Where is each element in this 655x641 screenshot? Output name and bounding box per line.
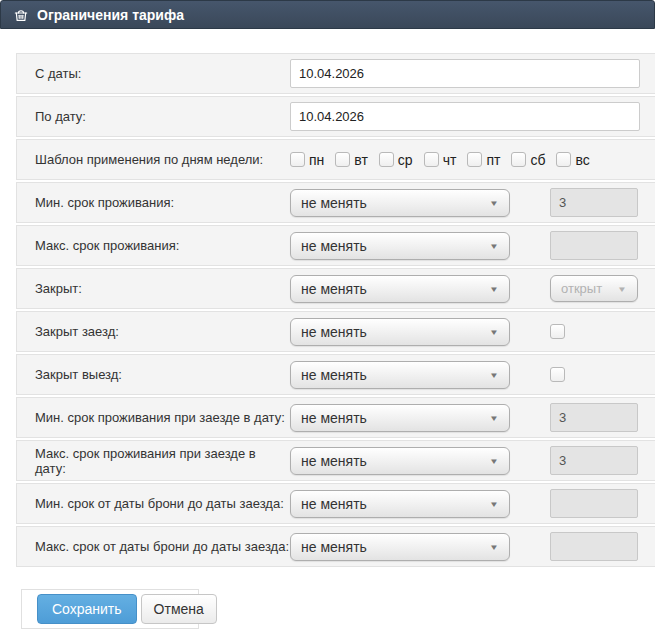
chevron-down-icon: ▼ xyxy=(489,241,499,250)
day-checkbox-sat[interactable] xyxy=(511,152,526,167)
select-value: не менять xyxy=(301,238,367,254)
form-row-max-stay: Макс. срок проживания: не менять ▼ xyxy=(16,225,655,266)
day-checkbox-mon[interactable] xyxy=(290,152,305,167)
weekday-item-wed: ср xyxy=(379,152,413,168)
to-date-input[interactable] xyxy=(290,102,640,131)
min-stay-select[interactable]: не менять ▼ xyxy=(290,189,510,217)
max-advance-select[interactable]: не менять ▼ xyxy=(290,533,510,561)
row-label: Мин. срок от даты брони до даты заезда: xyxy=(35,496,290,511)
row-label: Мин. срок проживания: xyxy=(35,195,290,210)
day-label: пн xyxy=(309,152,324,168)
day-label: вт xyxy=(354,152,368,168)
select-value: не менять xyxy=(301,496,367,512)
select-value: открыт xyxy=(561,281,602,296)
min-advance-select[interactable]: не менять ▼ xyxy=(290,490,510,518)
from-date-input[interactable] xyxy=(290,59,640,88)
select-value: не менять xyxy=(301,453,367,469)
day-checkbox-fri[interactable] xyxy=(467,152,482,167)
weekday-item-fri: пт xyxy=(467,152,500,168)
closed-arrival-checkbox[interactable] xyxy=(550,324,565,339)
form-row-from-date: С даты: xyxy=(16,53,655,94)
form-row-closed-arrival: Закрыт заезд: не менять ▼ xyxy=(16,311,655,352)
form-actions-bar: Сохранить Отмена xyxy=(21,589,199,629)
min-stay-arrival-select[interactable]: не менять ▼ xyxy=(290,404,510,432)
chevron-down-icon: ▼ xyxy=(489,413,499,422)
row-label: Закрыт заезд: xyxy=(35,324,290,339)
chevron-down-icon: ▼ xyxy=(489,370,499,379)
form-row-min-advance: Мин. срок от даты брони до даты заезда: … xyxy=(16,483,655,524)
cancel-button[interactable]: Отмена xyxy=(141,594,217,624)
form-row-max-stay-arrival: Макс. срок проживания при заезде в дату:… xyxy=(16,440,655,481)
day-label: вс xyxy=(575,152,589,168)
weekday-item-tue: вт xyxy=(335,152,368,168)
row-label: Макс. срок проживания при заезде в дату: xyxy=(35,446,290,476)
day-label: сб xyxy=(530,152,545,168)
chevron-down-icon: ▼ xyxy=(489,542,499,551)
row-label: С даты: xyxy=(35,66,290,81)
chevron-down-icon: ▼ xyxy=(489,198,499,207)
save-button[interactable]: Сохранить xyxy=(37,594,137,624)
row-label: Мин. срок проживания при заезде в дату: xyxy=(35,410,290,425)
min-stay-arrival-value-input xyxy=(550,403,638,432)
closed-select[interactable]: не менять ▼ xyxy=(290,275,510,303)
select-value: не менять xyxy=(301,281,367,297)
closed-departure-checkbox[interactable] xyxy=(550,367,565,382)
day-label: чт xyxy=(443,152,457,168)
form-row-min-stay: Мин. срок проживания: не менять ▼ xyxy=(16,182,655,223)
min-advance-value-input xyxy=(550,489,638,518)
select-value: не менять xyxy=(301,367,367,383)
row-label: Закрыт: xyxy=(35,281,290,296)
select-value: не менять xyxy=(301,539,367,555)
basket-icon xyxy=(13,7,29,23)
tariff-restrictions-form: С даты: По дату: Шаблон применения по дн… xyxy=(16,53,655,567)
row-label: Макс. срок от даты брони до даты заезда: xyxy=(35,539,290,554)
select-value: не менять xyxy=(301,324,367,340)
weekday-checkbox-group: пн вт ср чт пт сб xyxy=(290,152,601,168)
weekday-item-thu: чт xyxy=(424,152,457,168)
chevron-down-icon: ▼ xyxy=(489,327,499,336)
day-label: ср xyxy=(398,152,413,168)
chevron-down-icon: ▼ xyxy=(617,284,627,293)
day-checkbox-sun[interactable] xyxy=(556,152,571,167)
max-stay-value-input xyxy=(550,231,638,260)
select-value: не менять xyxy=(301,195,367,211)
form-row-min-stay-arrival: Мин. срок проживания при заезде в дату: … xyxy=(16,397,655,438)
form-row-to-date: По дату: xyxy=(16,96,655,137)
max-stay-select[interactable]: не менять ▼ xyxy=(290,232,510,260)
weekday-item-mon: пн xyxy=(290,152,324,168)
row-label: По дату: xyxy=(35,109,290,124)
min-stay-value-input xyxy=(550,188,638,217)
day-checkbox-tue[interactable] xyxy=(335,152,350,167)
form-row-max-advance: Макс. срок от даты брони до даты заезда:… xyxy=(16,526,655,567)
row-label: Макс. срок проживания: xyxy=(35,238,290,253)
page-title: Ограничения тарифа xyxy=(37,7,184,23)
chevron-down-icon: ▼ xyxy=(489,499,499,508)
day-checkbox-wed[interactable] xyxy=(379,152,394,167)
form-row-weekdays: Шаблон применения по дням недели: пн вт … xyxy=(16,139,655,180)
max-stay-arrival-value-input xyxy=(550,446,638,475)
row-label: Закрыт выезд: xyxy=(35,367,290,382)
day-checkbox-thu[interactable] xyxy=(424,152,439,167)
closed-departure-select[interactable]: не менять ▼ xyxy=(290,361,510,389)
closed-arrival-select[interactable]: не менять ▼ xyxy=(290,318,510,346)
form-row-closed-departure: Закрыт выезд: не менять ▼ xyxy=(16,354,655,395)
form-row-closed: Закрыт: не менять ▼ открыт ▼ xyxy=(16,268,655,309)
closed-state-select: открыт ▼ xyxy=(550,275,638,302)
window-titlebar: Ограничения тарифа xyxy=(0,0,655,29)
weekday-item-sun: вс xyxy=(556,152,589,168)
max-stay-arrival-select[interactable]: не менять ▼ xyxy=(290,447,510,475)
row-label: Шаблон применения по дням недели: xyxy=(35,152,290,167)
chevron-down-icon: ▼ xyxy=(489,456,499,465)
chevron-down-icon: ▼ xyxy=(489,284,499,293)
day-label: пт xyxy=(486,152,500,168)
max-advance-value-input xyxy=(550,532,638,561)
weekday-item-sat: сб xyxy=(511,152,545,168)
select-value: не менять xyxy=(301,410,367,426)
